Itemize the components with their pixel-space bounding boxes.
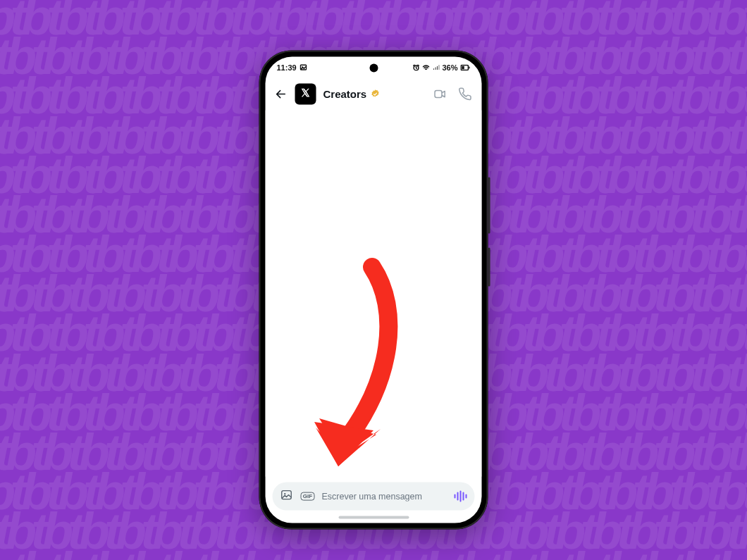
attach-gif-button[interactable]: GIF: [301, 489, 315, 503]
voice-message-button[interactable]: [454, 489, 468, 503]
chat-avatar[interactable]: [295, 83, 316, 104]
status-bar-left: 11:39: [277, 63, 307, 71]
attach-image-button[interactable]: [280, 489, 294, 503]
verified-gold-icon: [370, 89, 380, 99]
status-bar-right: 36%: [412, 63, 470, 71]
image-indicator-icon: [300, 63, 307, 70]
chat-header: Creators: [266, 77, 482, 110]
signal-icon: [432, 63, 439, 70]
header-actions: [433, 86, 474, 101]
status-time: 11:39: [277, 63, 297, 71]
chat-title-wrap[interactable]: Creators: [323, 88, 381, 100]
camera-hole: [369, 63, 378, 72]
audio-call-button[interactable]: [458, 86, 474, 101]
svg-point-8: [284, 492, 285, 494]
voice-waveform-icon: [454, 490, 467, 502]
chat-title: Creators: [323, 88, 367, 100]
svg-rect-7: [282, 490, 292, 499]
wifi-icon: [422, 63, 429, 70]
svg-rect-5: [462, 66, 464, 69]
svg-rect-6: [435, 90, 442, 97]
message-composer: GIF: [273, 482, 475, 510]
battery-icon: [461, 63, 471, 70]
home-indicator: [338, 516, 409, 518]
image-icon: [280, 488, 293, 504]
back-button[interactable]: [274, 87, 288, 101]
video-call-button[interactable]: [433, 86, 448, 101]
gif-icon: GIF: [301, 492, 314, 500]
phone-screen: 11:39 36%: [266, 56, 482, 523]
alarm-icon: [412, 63, 419, 70]
battery-text: 36%: [442, 63, 457, 71]
phone-frame: 11:39 36%: [259, 50, 488, 529]
x-logo-icon: [301, 87, 311, 100]
conversation-area[interactable]: [266, 110, 482, 476]
svg-rect-4: [469, 66, 469, 68]
message-input[interactable]: [322, 491, 447, 501]
